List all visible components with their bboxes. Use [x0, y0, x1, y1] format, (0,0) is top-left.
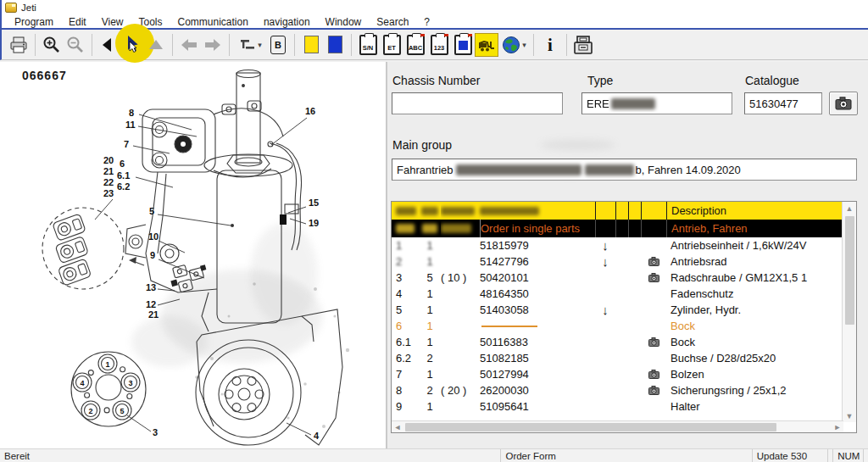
callout-number[interactable]: 6.1 [117, 170, 130, 181]
main-group-field[interactable]: Fahrantriebb, Fahren 14.09.2020 [392, 159, 857, 181]
vertical-scroll-thumb[interactable] [845, 216, 854, 325]
table-row[interactable]: 6.2251082185Buchse / D28/d25x20 [392, 350, 856, 366]
tree-view-button[interactable]: ▾ [234, 33, 266, 57]
abc-index-button[interactable]: ABC [403, 33, 427, 57]
catalogue-camera-button[interactable] [829, 92, 858, 115]
et-catalog-button[interactable]: ET [380, 33, 403, 57]
right-arrow-icon [203, 35, 223, 55]
main-group-prefix: Fahrantrieb [397, 164, 453, 176]
zoom-in-button[interactable] [40, 33, 64, 57]
selected-row-order-mode: Order in single parts [480, 220, 554, 237]
blue-marker-button[interactable] [323, 33, 347, 57]
status-order-form: Order Form [501, 449, 752, 462]
cell-description: Bock [666, 334, 856, 350]
table-row[interactable]: 9151095641Halter [392, 398, 856, 415]
cell-arrow [595, 350, 615, 366]
callout-number[interactable]: 3 [153, 427, 158, 437]
scroll-right-arrow[interactable]: ► [832, 420, 843, 433]
menu-item-window[interactable]: Window [318, 16, 370, 28]
drawing-panel[interactable]: 066667 [0, 62, 386, 448]
menu-item-search[interactable]: Search [369, 16, 416, 28]
vertical-scrollbar[interactable]: ▲ ▼ [842, 202, 856, 422]
cell-empty [628, 318, 641, 334]
print-button[interactable] [7, 33, 31, 57]
scroll-up-arrow[interactable]: ▲ [843, 202, 857, 214]
info-button[interactable]: i [538, 33, 562, 57]
callout-number[interactable]: 22 [103, 177, 114, 187]
callout-number[interactable]: 10 [148, 231, 159, 242]
yellow-marker-button[interactable] [299, 33, 323, 57]
callout-number[interactable]: 20 [103, 155, 114, 165]
callout-number[interactable]: 15 [309, 198, 319, 208]
order-book-button[interactable] [451, 33, 475, 57]
table-row[interactable]: 61Bock [392, 318, 856, 334]
callout-number[interactable]: 13 [146, 282, 156, 292]
description-header[interactable]: Description [666, 202, 856, 220]
callout-number[interactable]: 11 [125, 120, 136, 130]
cell-arrow [595, 398, 615, 415]
horizontal-scroll-thumb[interactable] [405, 423, 776, 431]
menu-item-navigation[interactable]: navigation [256, 16, 318, 28]
table-row[interactable]: 7150127994Bolzen [392, 366, 856, 382]
cell-camera [641, 302, 666, 318]
window-title: Jeti [21, 3, 36, 13]
cell-empty [628, 302, 641, 318]
callout-number[interactable]: 6.2 [117, 181, 130, 192]
toolbar: ▾ B S/N ET ABC 123 ▾ i [0, 30, 868, 60]
main-group-label: Main group [392, 138, 452, 152]
scroll-left-arrow[interactable]: ◄ [392, 420, 403, 433]
callout-number[interactable]: 5 [149, 206, 154, 216]
cell-pack [441, 253, 480, 270]
cell-empty [628, 237, 641, 253]
archive-button[interactable] [571, 33, 595, 57]
status-ready-text: Bereit [4, 451, 30, 461]
serial-number-catalog-button[interactable]: S/N [356, 33, 380, 57]
up-level-button[interactable] [144, 33, 168, 57]
next-button[interactable] [201, 33, 225, 57]
menu-item-communication[interactable]: Communication [170, 16, 256, 28]
callout-number[interactable]: 19 [309, 218, 319, 228]
menu-item-program[interactable]: Program [7, 16, 61, 28]
book-abc-label: ABC [409, 44, 422, 52]
select-cursor-button[interactable] [120, 33, 144, 57]
table-row[interactable]: 4148164350Fadenschutz [392, 286, 856, 302]
toolbar-separator [92, 34, 92, 56]
numeric-index-button[interactable]: 123 [427, 33, 451, 57]
table-row[interactable]: 82( 20 )26200030Sicherungsring / 25x1,2 [392, 382, 856, 398]
document-b-button[interactable]: B [266, 33, 290, 57]
cell-spacer [554, 334, 595, 350]
table-row[interactable]: 6.1150116383Bock [392, 334, 856, 350]
type-field[interactable]: ERE [581, 92, 732, 114]
chassis-number-field[interactable] [392, 92, 563, 114]
camera-icon [648, 386, 659, 395]
callout-number[interactable]: 21 [103, 166, 114, 176]
menu-item-[interactable]: ? [416, 16, 437, 28]
horizontal-scrollbar[interactable]: ◄ ► [392, 420, 843, 432]
callout-number[interactable]: 6 [120, 159, 125, 169]
catalogue-field[interactable]: 51630477 [744, 92, 822, 114]
cell-spacer [554, 350, 595, 366]
selected-row[interactable]: Order in single parts Antrieb, Fahren [392, 220, 856, 237]
callout-number[interactable]: 4 [314, 431, 320, 441]
table-row[interactable]: 5151403058↓Zylinder, Hydr. [392, 302, 856, 318]
cell-spacer [554, 398, 595, 415]
forklift-catalog-button[interactable] [475, 33, 498, 57]
callout-number[interactable]: 23 [103, 188, 114, 198]
callout-number[interactable]: 12 [146, 299, 156, 309]
scroll-down-arrow[interactable]: ▼ [843, 409, 857, 422]
table-row[interactable]: 2151427796↓Antriebsrad [392, 253, 856, 270]
previous-button[interactable] [177, 33, 201, 57]
zoom-out-button[interactable] [64, 33, 87, 57]
menu-item-edit[interactable]: Edit [61, 16, 94, 28]
callout-number[interactable]: 9 [150, 250, 155, 260]
callout-number[interactable]: 8 [129, 108, 134, 118]
back-button[interactable] [97, 33, 120, 57]
back-triangle-icon [99, 36, 118, 54]
language-button[interactable]: ▾ [498, 33, 529, 57]
table-row[interactable]: 1151815979↓Antriebseinheit / 1,6kW/24V [392, 237, 856, 253]
table-row[interactable]: 35( 10 )50420101Radschraube / GM12X1,5 1 [392, 270, 856, 286]
callout-number[interactable]: 16 [305, 106, 315, 116]
callout-number[interactable]: 21 [148, 309, 159, 320]
status-num-lock: NUM [833, 449, 864, 462]
callout-number[interactable]: 7 [124, 139, 129, 149]
